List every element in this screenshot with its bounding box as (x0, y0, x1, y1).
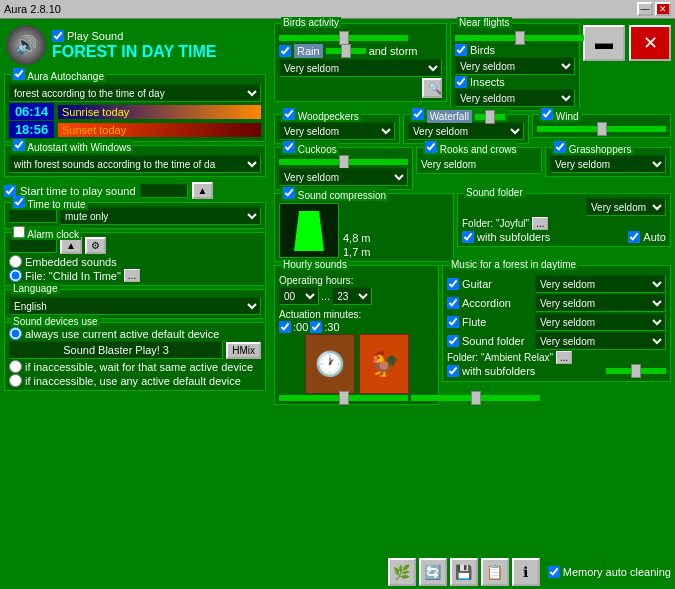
icon-btn-4[interactable]: 📋 (481, 558, 509, 586)
waterfall-checkbox[interactable] (412, 108, 424, 120)
rain-checkbox[interactable] (279, 45, 291, 57)
alarm-time-input[interactable]: 06:30 (9, 239, 57, 253)
device-radio1[interactable] (9, 327, 22, 340)
start-time-up[interactable]: ▲ (192, 182, 214, 199)
woodpeckers-select[interactable]: Very seldom (279, 122, 395, 140)
app-icon: 🔊 (6, 25, 46, 65)
icon-btn-1[interactable]: 🌿 (388, 558, 416, 586)
waterfall-select[interactable]: Very seldom (408, 122, 524, 140)
flute-select[interactable]: Very seldom (535, 313, 666, 331)
sound-folder-btn[interactable]: ... (532, 217, 548, 230)
auto-checkbox[interactable] (628, 231, 640, 243)
wind-slider[interactable] (537, 126, 666, 132)
cuckoos-checkbox[interactable] (283, 141, 295, 153)
minimize-button[interactable]: — (637, 2, 653, 16)
language-select[interactable]: English (9, 297, 261, 315)
waterfall-slider[interactable] (475, 114, 505, 120)
grasshoppers-label: Grasshoppers (552, 141, 634, 155)
icon-btn-2[interactable]: 🔄 (419, 558, 447, 586)
sound-folder-seldom[interactable]: Very seldom (586, 198, 666, 216)
rooks-label: Rooks and crows (423, 141, 518, 155)
birds-search-btn[interactable]: 🔍 (422, 78, 442, 98)
cuckoos-section: Cuckoos Very seldom (274, 147, 413, 190)
cuckoos-slider[interactable] (279, 159, 408, 165)
aura-select[interactable]: forest according to the time of day (9, 84, 261, 102)
accordion-checkbox[interactable] (447, 297, 459, 309)
sunset-bar: Sunset today (58, 123, 261, 137)
close-window-btn[interactable]: ✕ (629, 25, 671, 61)
device-radio3[interactable] (9, 374, 22, 387)
mute-action-select[interactable]: mute only (60, 207, 261, 225)
grasshoppers-section: Grasshoppers Very seldom (545, 147, 671, 177)
cuckoos-select[interactable]: Very seldom (279, 168, 408, 186)
hourly-slider1[interactable] (279, 395, 408, 401)
close-button[interactable]: ✕ (655, 2, 671, 16)
music-volume-slider[interactable] (606, 368, 666, 374)
memory-cleaning-checkbox[interactable] (548, 566, 560, 578)
music-sound-folder-checkbox[interactable] (447, 335, 459, 347)
minimize-window-btn[interactable]: ▬ (583, 25, 625, 61)
mute-time-input[interactable]: 01:00 (9, 209, 57, 223)
guitar-select[interactable]: Very seldom (535, 275, 666, 293)
sound-devices-section: Sound devices use always use current act… (4, 322, 266, 391)
music-folder-btn[interactable]: ... (556, 351, 572, 364)
min2-checkbox[interactable] (310, 321, 322, 333)
icon-btn-3[interactable]: 💾 (450, 558, 478, 586)
grasshoppers-checkbox[interactable] (554, 141, 566, 153)
rooks-note: Very seldom (421, 159, 537, 170)
time-mute-checkbox[interactable] (13, 196, 25, 208)
with-subfolders-checkbox[interactable] (462, 231, 474, 243)
rooks-checkbox[interactable] (425, 141, 437, 153)
hmix-button[interactable]: HMix (226, 342, 261, 359)
hourly-slider2[interactable] (411, 395, 540, 401)
aura-section: Aura Autochange forest according to the … (4, 74, 266, 142)
guitar-checkbox[interactable] (447, 278, 459, 290)
birds-slider[interactable] (279, 35, 408, 41)
autostart-select[interactable]: with forest sounds according to the time… (9, 155, 261, 173)
alarm-checkbox[interactable] (13, 226, 25, 238)
start-time-input[interactable]: 06:27 (140, 184, 188, 198)
music-folder-select[interactable]: Very seldom (535, 332, 666, 350)
start-time-checkbox[interactable] (4, 185, 16, 197)
accordion-select[interactable]: Very seldom (535, 294, 666, 312)
woodpeckers-label: Woodpeckers (281, 108, 361, 122)
alarm-label: Alarm clock (11, 226, 81, 240)
birds-nf-checkbox[interactable] (455, 44, 467, 56)
sound-compression-section: Sound compression 4,8 m 1,7 m (274, 193, 454, 262)
woodpeckers-checkbox[interactable] (283, 108, 295, 120)
rain-slider[interactable] (326, 48, 366, 54)
alarm-settings[interactable]: ⚙ (85, 237, 106, 254)
rooks-section: Rooks and crows Very seldom (416, 147, 542, 174)
birds-nf-select[interactable]: Very seldom (455, 57, 575, 75)
embedded-radio[interactable] (9, 255, 22, 268)
insects-checkbox[interactable] (455, 76, 467, 88)
autostart-checkbox[interactable] (13, 139, 25, 151)
birds-seldom-select[interactable]: Very seldom (279, 59, 442, 77)
language-section: Language English (4, 289, 266, 319)
left-panel: 🔊 Play Sound FOREST IN DAY TIME Aura Aut… (0, 19, 270, 589)
rooster-img: 🐓 (359, 334, 409, 394)
wind-checkbox[interactable] (541, 108, 553, 120)
hourly-sounds-section: Hourly sounds Operating hours: 00 ... 23… (274, 265, 439, 405)
file-radio[interactable] (9, 269, 22, 282)
alarm-section: Alarm clock 06:30 ▲ ⚙ Embedded sounds Fi… (4, 232, 266, 286)
birds-activity-section: Birds activity Rain and storm Very seldo… (274, 23, 447, 102)
play-sound-checkbox[interactable] (52, 30, 64, 42)
alarm-file-btn[interactable]: ... (124, 269, 140, 282)
music-section: Music for a forest in daytime Guitar Ver… (442, 265, 671, 382)
insects-select[interactable]: Very seldom (455, 89, 575, 107)
min1-checkbox[interactable] (279, 321, 291, 333)
grasshoppers-select[interactable]: Very seldom (550, 155, 666, 173)
sound-folder-path: Folder: "Joyful" ... (462, 217, 666, 230)
device-radio2[interactable] (9, 360, 22, 373)
near-flights-slider[interactable] (455, 35, 584, 41)
sound-devices-label: Sound devices use (11, 316, 100, 327)
icon-btn-5[interactable]: ℹ (512, 558, 540, 586)
sound-compression-checkbox[interactable] (283, 187, 295, 199)
music-subfolders-checkbox[interactable] (447, 365, 459, 377)
flute-checkbox[interactable] (447, 316, 459, 328)
hours-from-select[interactable]: 00 (279, 287, 319, 305)
aura-checkbox[interactable] (13, 68, 25, 80)
hours-to-select[interactable]: 23 (332, 287, 372, 305)
play-sound-label: Play Sound (67, 30, 123, 42)
